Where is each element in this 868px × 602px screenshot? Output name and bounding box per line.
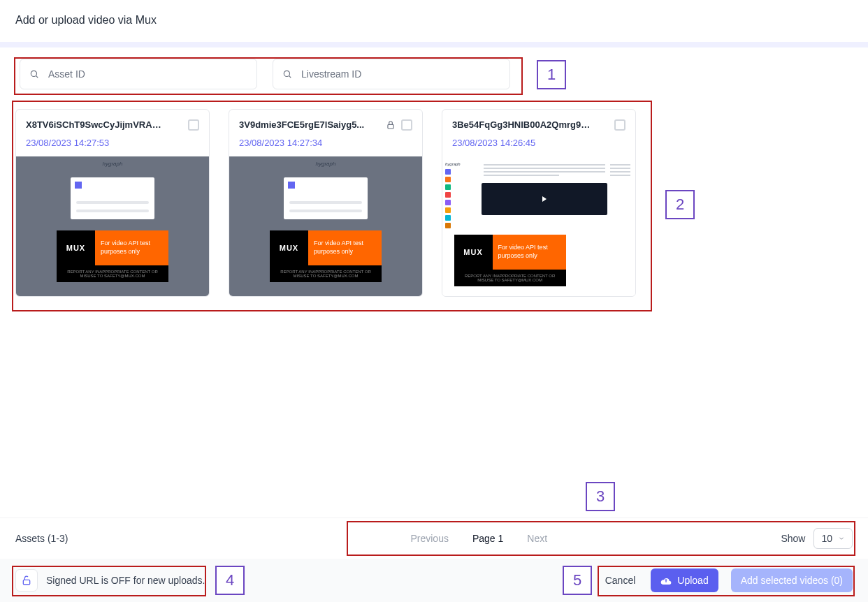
livestream-id-input[interactable] [273, 59, 510, 89]
assets-count: Assets (1-3) [15, 533, 68, 544]
show-per-page: Show 10 [781, 528, 853, 549]
card-title: 3V9dmie3FCE5rgE7lSaiyg5... [239, 119, 364, 130]
upload-button[interactable]: Upload [651, 568, 718, 592]
signed-icon-box[interactable] [15, 569, 38, 592]
previous-link[interactable]: Previous [410, 533, 448, 544]
card-title: X8TV6iSChT9SwcCyJijmVRA41M... [26, 119, 166, 130]
asset-id-input[interactable] [20, 59, 257, 89]
svg-line-3 [289, 76, 291, 78]
mux-overlay: MUX For video API test purposes only REP… [454, 235, 566, 286]
mux-logo: MUX [454, 235, 493, 270]
docs-toc-preview [608, 162, 632, 178]
video-card[interactable]: 3V9dmie3FCE5rgE7lSaiyg5... 23/08/2023 14… [229, 109, 423, 297]
show-select[interactable]: 10 [813, 528, 853, 549]
select-checkbox[interactable] [401, 119, 412, 131]
mux-text: For video API test purposes only [95, 230, 168, 265]
form-preview [284, 177, 368, 219]
footer: Assets (1-3) Previous Page 1 Next Show 1… [0, 517, 868, 602]
search-icon [29, 69, 39, 79]
chevron-down-icon [838, 535, 845, 542]
annotation-num-5: 5 [563, 566, 592, 595]
card-actions [188, 119, 199, 131]
page-current: Page 1 [472, 533, 503, 544]
card-header: X8TV6iSChT9SwcCyJijmVRA41M... [16, 110, 209, 138]
card-date: 23/08/2023 14:27:53 [16, 138, 209, 156]
right-actions: Cancel Upload Add selected videos (0) [602, 568, 853, 592]
show-value: 10 [821, 533, 832, 544]
mux-footer-text: REPORT ANY INAPPROPRIATE CONTENT OR MISU… [454, 270, 566, 286]
lock-icon [386, 120, 396, 130]
card-actions [386, 119, 412, 131]
svg-point-0 [31, 71, 36, 76]
search-row [0, 47, 868, 101]
mux-overlay: MUX For video API test purposes only REP… [270, 230, 382, 282]
annotation-num-1: 1 [537, 60, 566, 89]
show-label: Show [781, 533, 805, 544]
action-row: Signed URL is OFF for new uploads. Cance… [0, 559, 868, 602]
mux-logo: MUX [270, 230, 308, 265]
video-card[interactable]: X8TV6iSChT9SwcCyJijmVRA41M... 23/08/2023… [15, 109, 210, 297]
card-thumbnail: hygraph MUX For video API test purposes … [229, 156, 422, 296]
card-title: 3Be54FqGg3HNlB00A2Qmrg9Oc... [452, 119, 592, 130]
select-checkbox[interactable] [614, 119, 625, 131]
mux-footer-text: REPORT ANY INAPPROPRIATE CONTENT OR MISU… [270, 265, 382, 282]
next-link[interactable]: Next [527, 533, 547, 544]
card-header: 3V9dmie3FCE5rgE7lSaiyg5... [229, 110, 422, 138]
asset-id-search-wrap [20, 59, 257, 89]
cloud-upload-icon [660, 576, 672, 585]
video-grid: X8TV6iSChT9SwcCyJijmVRA41M... 23/08/2023… [0, 101, 868, 297]
card-date: 23/08/2023 14:27:34 [229, 138, 422, 156]
card-thumbnail: hygraph [442, 156, 635, 296]
form-preview [71, 177, 154, 219]
mux-text: For video API test purposes only [308, 230, 382, 265]
docs-main-preview [482, 162, 607, 215]
cancel-button[interactable]: Cancel [602, 569, 639, 592]
annotation-num-2: 2 [665, 190, 695, 219]
page-title: Add or upload video via Mux [0, 0, 868, 42]
card-thumbnail: hygraph MUX For video API test purposes … [16, 156, 209, 296]
mux-text: For video API test purposes only [493, 235, 566, 270]
svg-rect-4 [388, 124, 393, 129]
signed-url-status: Signed URL is OFF for new uploads. [15, 569, 205, 592]
mux-footer-text: REPORT ANY INAPPROPRIATE CONTENT OR MISU… [57, 265, 168, 282]
cards-row: X8TV6iSChT9SwcCyJijmVRA41M... 23/08/2023… [15, 109, 853, 297]
select-checkbox[interactable] [188, 119, 199, 131]
video-card[interactable]: 3Be54FqGg3HNlB00A2Qmrg9Oc... 23/08/2023 … [442, 109, 636, 297]
hygraph-logo: hygraph [316, 161, 336, 167]
annotation-num-4: 4 [215, 566, 245, 595]
annotation-num-3: 3 [586, 482, 615, 511]
divider [0, 42, 868, 47]
upload-label: Upload [677, 575, 708, 586]
svg-line-1 [36, 76, 38, 78]
livestream-id-search-wrap [273, 59, 510, 89]
add-selected-button[interactable]: Add selected videos (0) [731, 568, 853, 592]
card-header: 3Be54FqGg3HNlB00A2Qmrg9Oc... [442, 110, 635, 138]
mux-logo: MUX [57, 230, 95, 265]
svg-rect-5 [23, 580, 29, 585]
mux-overlay: MUX For video API test purposes only REP… [57, 230, 168, 282]
search-icon [282, 69, 292, 79]
signed-url-text: Signed URL is OFF for new uploads. [46, 575, 205, 586]
unlock-icon [21, 575, 32, 586]
hygraph-logo: hygraph [103, 161, 123, 167]
card-date: 23/08/2023 14:26:45 [442, 138, 635, 156]
svg-point-2 [284, 71, 289, 76]
card-actions [614, 119, 625, 131]
pagination-row: Assets (1-3) Previous Page 1 Next Show 1… [0, 517, 868, 559]
pagination-controls: Previous Page 1 Next [410, 533, 547, 544]
